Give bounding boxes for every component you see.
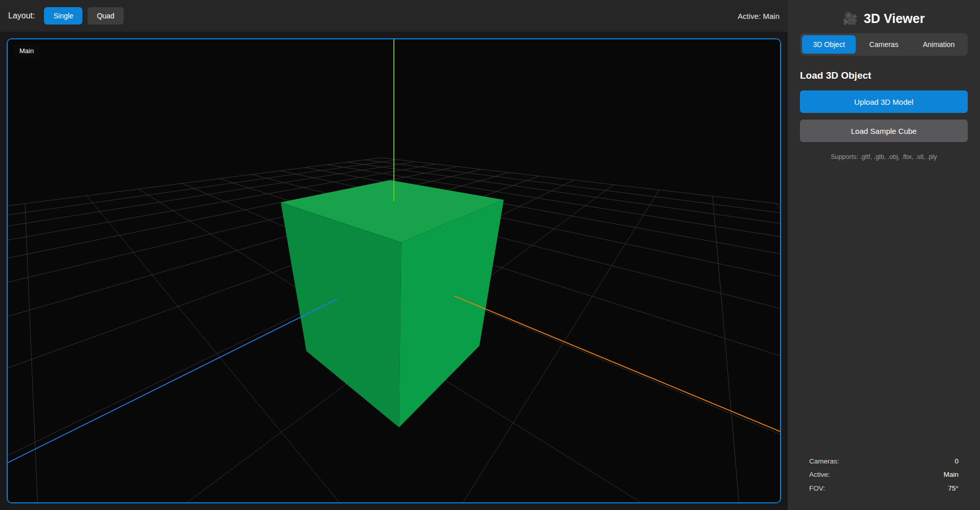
app-title: 3D Viewer	[864, 11, 925, 26]
stat-row-active: Active: Main	[809, 471, 959, 478]
tab-animation[interactable]: Animation	[912, 35, 966, 54]
stat-value: 75°	[948, 485, 959, 492]
stat-label: Active:	[809, 471, 830, 478]
layout-single-button[interactable]: Single	[44, 7, 82, 25]
sidebar-tabs: 3D Object Cameras Animation	[800, 33, 968, 56]
sidebar: 🎥 3D Viewer 3D Object Cameras Animation …	[788, 0, 980, 510]
section-title: Load 3D Object	[800, 70, 968, 81]
viewport-label-badge: Main	[14, 44, 39, 57]
camera-stats-panel: Cameras: 0 Active: Main FOV: 75°	[800, 451, 968, 510]
stat-row-fov: FOV: 75°	[809, 485, 959, 492]
scene-canvas[interactable]	[8, 39, 780, 502]
tab-3d-object[interactable]: 3D Object	[802, 35, 856, 54]
active-camera-status: Active: Main	[738, 12, 779, 20]
movie-camera-icon: 🎥	[843, 12, 858, 26]
supported-formats-note: Supports: .gltf, .glb, .obj, .fbx, .stl,…	[800, 153, 968, 160]
main-column: Layout: Single Quad Active: Main Main	[0, 0, 788, 510]
stat-label: FOV:	[809, 485, 825, 492]
3d-viewport[interactable]: Main	[7, 38, 781, 503]
upload-model-button[interactable]: Upload 3D Model	[800, 90, 968, 113]
sidebar-spacer	[800, 160, 968, 451]
stat-label: Cameras:	[809, 458, 839, 465]
viewport-area: Main	[0, 32, 788, 510]
layout-quad-button[interactable]: Quad	[87, 7, 123, 25]
layout-label: Layout:	[8, 11, 35, 20]
stat-value: 0	[954, 458, 959, 465]
top-toolbar: Layout: Single Quad Active: Main	[0, 0, 788, 32]
app-title-row: 🎥 3D Viewer	[800, 7, 968, 33]
tab-cameras[interactable]: Cameras	[857, 35, 910, 54]
stat-row-cameras: Cameras: 0	[809, 458, 959, 465]
stat-value: Main	[944, 471, 959, 478]
load-sample-cube-button[interactable]: Load Sample Cube	[800, 120, 968, 142]
